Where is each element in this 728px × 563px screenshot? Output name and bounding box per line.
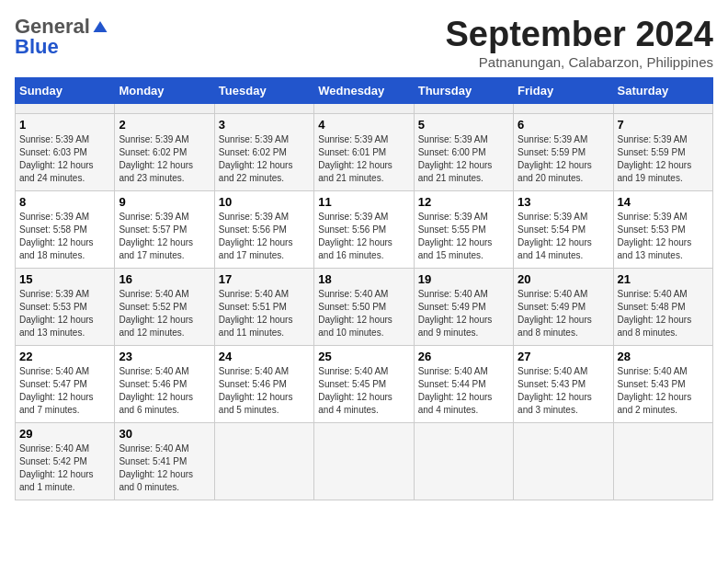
day-info: Sunrise: 5:40 AMSunset: 5:45 PMDaylight:… <box>318 365 409 417</box>
day-number: 26 <box>418 350 509 363</box>
calendar-cell: 12Sunrise: 5:39 AMSunset: 5:55 PMDayligh… <box>414 191 513 269</box>
day-info: Sunrise: 5:39 AMSunset: 6:02 PMDaylight:… <box>119 133 210 185</box>
day-number: 11 <box>318 195 409 209</box>
col-header-sunday: Sunday <box>16 78 115 104</box>
day-number: 13 <box>518 195 609 209</box>
day-number: 27 <box>518 350 609 363</box>
day-info: Sunrise: 5:40 AMSunset: 5:47 PMDaylight:… <box>19 365 110 417</box>
calendar-week-1 <box>16 104 713 114</box>
calendar-cell: 10Sunrise: 5:39 AMSunset: 5:56 PMDayligh… <box>214 191 313 269</box>
calendar-cell <box>314 423 414 500</box>
day-info: Sunrise: 5:40 AMSunset: 5:49 PMDaylight:… <box>518 288 609 339</box>
day-info: Sunrise: 5:40 AMSunset: 5:51 PMDaylight:… <box>219 288 310 339</box>
day-info: Sunrise: 5:40 AMSunset: 5:48 PMDaylight:… <box>618 288 709 339</box>
col-header-monday: Monday <box>115 78 214 104</box>
day-number: 9 <box>119 195 210 209</box>
day-info: Sunrise: 5:39 AMSunset: 5:56 PMDaylight:… <box>219 211 310 262</box>
day-number: 4 <box>318 118 409 132</box>
day-number: 17 <box>219 272 310 286</box>
calendar-cell <box>115 104 214 114</box>
day-info: Sunrise: 5:39 AMSunset: 5:58 PMDaylight:… <box>19 211 110 262</box>
day-info: Sunrise: 5:39 AMSunset: 5:53 PMDaylight:… <box>618 211 709 262</box>
day-info: Sunrise: 5:40 AMSunset: 5:49 PMDaylight:… <box>418 288 509 339</box>
col-header-tuesday: Tuesday <box>214 78 313 104</box>
calendar-cell: 2Sunrise: 5:39 AMSunset: 6:02 PMDaylight… <box>115 114 214 191</box>
calendar-cell: 11Sunrise: 5:39 AMSunset: 5:56 PMDayligh… <box>314 191 414 269</box>
day-info: Sunrise: 5:40 AMSunset: 5:46 PMDaylight:… <box>119 365 210 417</box>
col-header-wednesday: Wednesday <box>314 78 414 104</box>
day-number: 5 <box>418 118 509 132</box>
day-info: Sunrise: 5:39 AMSunset: 5:59 PMDaylight:… <box>518 133 609 185</box>
day-info: Sunrise: 5:39 AMSunset: 5:56 PMDaylight:… <box>318 211 409 262</box>
day-info: Sunrise: 5:40 AMSunset: 5:46 PMDaylight:… <box>219 365 310 417</box>
day-number: 30 <box>119 427 210 441</box>
col-header-thursday: Thursday <box>414 78 513 104</box>
calendar-cell: 13Sunrise: 5:39 AMSunset: 5:54 PMDayligh… <box>514 191 613 269</box>
calendar-cell: 16Sunrise: 5:40 AMSunset: 5:52 PMDayligh… <box>115 269 214 346</box>
day-number: 21 <box>618 272 709 286</box>
day-info: Sunrise: 5:39 AMSunset: 5:54 PMDaylight:… <box>518 211 609 262</box>
calendar-cell: 5Sunrise: 5:39 AMSunset: 6:00 PMDaylight… <box>414 114 513 191</box>
calendar-cell <box>214 104 313 114</box>
logo: General Blue <box>15 15 108 59</box>
calendar-week-5: 22Sunrise: 5:40 AMSunset: 5:47 PMDayligh… <box>16 346 713 423</box>
calendar-cell: 4Sunrise: 5:39 AMSunset: 6:01 PMDaylight… <box>314 114 414 191</box>
calendar-cell <box>414 104 513 114</box>
calendar-cell: 15Sunrise: 5:39 AMSunset: 5:53 PMDayligh… <box>16 269 115 346</box>
day-info: Sunrise: 5:40 AMSunset: 5:42 PMDaylight:… <box>19 442 110 494</box>
day-number: 16 <box>119 272 210 286</box>
day-info: Sunrise: 5:39 AMSunset: 5:57 PMDaylight:… <box>119 211 210 262</box>
calendar-cell: 1Sunrise: 5:39 AMSunset: 6:03 PMDaylight… <box>16 114 115 191</box>
day-number: 28 <box>618 350 709 363</box>
day-number: 15 <box>19 272 110 286</box>
day-number: 10 <box>219 195 310 209</box>
title-area: September 2024 Patnanungan, Calabarzon, … <box>446 15 714 70</box>
day-number: 12 <box>418 195 509 209</box>
day-info: Sunrise: 5:39 AMSunset: 5:55 PMDaylight:… <box>418 211 509 262</box>
calendar-cell: 17Sunrise: 5:40 AMSunset: 5:51 PMDayligh… <box>214 269 313 346</box>
calendar-cell <box>314 104 414 114</box>
calendar-cell <box>16 104 115 114</box>
logo-icon <box>92 18 108 35</box>
calendar-cell: 28Sunrise: 5:40 AMSunset: 5:43 PMDayligh… <box>613 346 712 423</box>
calendar-cell: 22Sunrise: 5:40 AMSunset: 5:47 PMDayligh… <box>16 346 115 423</box>
calendar-cell: 8Sunrise: 5:39 AMSunset: 5:58 PMDaylight… <box>16 191 115 269</box>
calendar-cell <box>514 423 613 500</box>
day-number: 18 <box>318 272 409 286</box>
day-number: 8 <box>19 195 110 209</box>
day-number: 29 <box>19 427 110 441</box>
calendar-cell: 24Sunrise: 5:40 AMSunset: 5:46 PMDayligh… <box>214 346 313 423</box>
calendar-cell: 18Sunrise: 5:40 AMSunset: 5:50 PMDayligh… <box>314 269 414 346</box>
day-number: 20 <box>518 272 609 286</box>
day-number: 1 <box>19 118 110 132</box>
day-info: Sunrise: 5:39 AMSunset: 6:03 PMDaylight:… <box>19 133 110 185</box>
day-info: Sunrise: 5:39 AMSunset: 6:00 PMDaylight:… <box>418 133 509 185</box>
calendar-cell: 21Sunrise: 5:40 AMSunset: 5:48 PMDayligh… <box>613 269 712 346</box>
calendar-week-3: 8Sunrise: 5:39 AMSunset: 5:58 PMDaylight… <box>16 191 713 269</box>
day-number: 7 <box>618 118 709 132</box>
day-info: Sunrise: 5:40 AMSunset: 5:43 PMDaylight:… <box>618 365 709 417</box>
calendar-cell: 26Sunrise: 5:40 AMSunset: 5:44 PMDayligh… <box>414 346 513 423</box>
calendar-cell: 25Sunrise: 5:40 AMSunset: 5:45 PMDayligh… <box>314 346 414 423</box>
calendar-cell: 27Sunrise: 5:40 AMSunset: 5:43 PMDayligh… <box>514 346 613 423</box>
calendar-cell: 7Sunrise: 5:39 AMSunset: 5:59 PMDaylight… <box>613 114 712 191</box>
calendar-cell: 23Sunrise: 5:40 AMSunset: 5:46 PMDayligh… <box>115 346 214 423</box>
calendar-cell: 19Sunrise: 5:40 AMSunset: 5:49 PMDayligh… <box>414 269 513 346</box>
day-number: 14 <box>618 195 709 209</box>
calendar-cell: 29Sunrise: 5:40 AMSunset: 5:42 PMDayligh… <box>16 423 115 500</box>
calendar-week-2: 1Sunrise: 5:39 AMSunset: 6:03 PMDaylight… <box>16 114 713 191</box>
calendar-week-6: 29Sunrise: 5:40 AMSunset: 5:42 PMDayligh… <box>16 423 713 500</box>
day-info: Sunrise: 5:40 AMSunset: 5:50 PMDaylight:… <box>318 288 409 339</box>
day-info: Sunrise: 5:40 AMSunset: 5:52 PMDaylight:… <box>119 288 210 339</box>
col-header-friday: Friday <box>514 78 613 104</box>
calendar-cell: 14Sunrise: 5:39 AMSunset: 5:53 PMDayligh… <box>613 191 712 269</box>
day-number: 2 <box>119 118 210 132</box>
month-title: September 2024 <box>446 15 714 54</box>
calendar-cell: 30Sunrise: 5:40 AMSunset: 5:41 PMDayligh… <box>115 423 214 500</box>
calendar-cell <box>613 104 712 114</box>
day-info: Sunrise: 5:40 AMSunset: 5:43 PMDaylight:… <box>518 365 609 417</box>
day-info: Sunrise: 5:40 AMSunset: 5:41 PMDaylight:… <box>119 442 210 494</box>
day-number: 23 <box>119 350 210 363</box>
header: General Blue September 2024 Patnanungan,… <box>15 15 713 70</box>
calendar-cell: 9Sunrise: 5:39 AMSunset: 5:57 PMDaylight… <box>115 191 214 269</box>
